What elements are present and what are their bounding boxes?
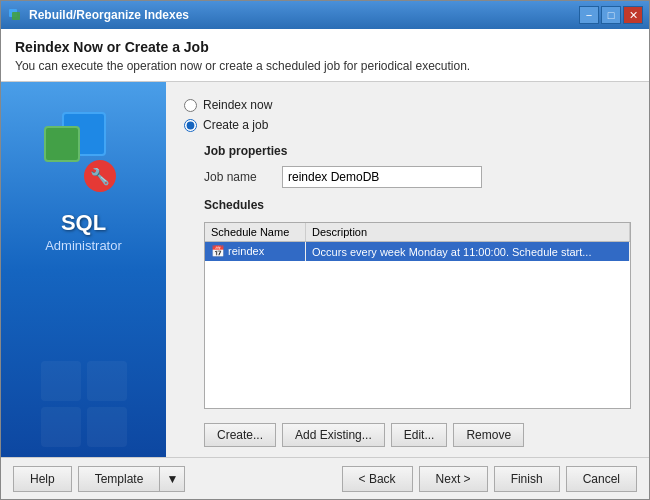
job-properties-section: Job properties Job name bbox=[184, 144, 631, 188]
cancel-button[interactable]: Cancel bbox=[566, 466, 637, 492]
schedules-label: Schedules bbox=[204, 198, 631, 212]
close-button[interactable]: ✕ bbox=[623, 6, 643, 24]
schedule-table-container: Schedule Name Description 📅 reindex Occu… bbox=[204, 222, 631, 409]
next-button[interactable]: Next > bbox=[419, 466, 488, 492]
template-group: Template ▼ bbox=[78, 466, 186, 492]
footer: Help Template ▼ < Back Next > Finish Can… bbox=[1, 457, 649, 499]
radio-create-job-input[interactable] bbox=[184, 119, 197, 132]
radio-create-job[interactable]: Create a job bbox=[184, 118, 631, 132]
titlebar-left: Rebuild/Reorganize Indexes bbox=[7, 7, 189, 23]
back-button[interactable]: < Back bbox=[342, 466, 413, 492]
content-area: 🔧 SQL Administrator bbox=[1, 82, 649, 457]
radio-reindex-now-label: Reindex now bbox=[203, 98, 272, 112]
window-title: Rebuild/Reorganize Indexes bbox=[29, 8, 189, 22]
schedule-table: Schedule Name Description 📅 reindex Occu… bbox=[205, 223, 630, 261]
create-button[interactable]: Create... bbox=[204, 423, 276, 447]
main-panel: Reindex now Create a job Job properties … bbox=[166, 82, 649, 457]
job-name-row: Job name bbox=[204, 166, 631, 188]
wrench-icon: 🔧 bbox=[84, 160, 116, 192]
titlebar: Rebuild/Reorganize Indexes − □ ✕ bbox=[1, 1, 649, 29]
schedule-buttons: Create... Add Existing... Edit... Remove bbox=[204, 423, 631, 447]
job-properties-label: Job properties bbox=[204, 144, 631, 158]
header-title: Reindex Now or Create a Job bbox=[15, 39, 635, 55]
schedule-name-text: reindex bbox=[228, 245, 264, 257]
job-name-input[interactable] bbox=[282, 166, 482, 188]
schedule-desc-cell: Occurs every week Monday at 11:00:00. Sc… bbox=[306, 242, 630, 262]
sidebar-logo: SQL bbox=[61, 210, 106, 236]
job-name-label: Job name bbox=[204, 170, 274, 184]
header-section: Reindex Now or Create a Job You can exec… bbox=[1, 29, 649, 82]
radio-reindex-now-input[interactable] bbox=[184, 99, 197, 112]
add-existing-button[interactable]: Add Existing... bbox=[282, 423, 385, 447]
template-button[interactable]: Template bbox=[78, 466, 160, 492]
help-button[interactable]: Help bbox=[13, 466, 72, 492]
icon-square-green bbox=[44, 126, 80, 162]
radio-group: Reindex now Create a job bbox=[184, 98, 631, 132]
svg-rect-1 bbox=[12, 12, 20, 20]
header-subtitle: You can execute the operation now or cre… bbox=[15, 59, 635, 73]
nav-buttons: < Back Next > Finish Cancel bbox=[342, 466, 637, 492]
edit-button[interactable]: Edit... bbox=[391, 423, 448, 447]
sidebar: 🔧 SQL Administrator bbox=[1, 82, 166, 457]
schedule-row-icon: 📅 bbox=[211, 245, 228, 257]
remove-button[interactable]: Remove bbox=[453, 423, 524, 447]
col-header-desc: Description bbox=[306, 223, 630, 242]
template-dropdown-button[interactable]: ▼ bbox=[159, 466, 185, 492]
sidebar-subtext: Administrator bbox=[45, 238, 122, 253]
maximize-button[interactable]: □ bbox=[601, 6, 621, 24]
titlebar-controls: − □ ✕ bbox=[579, 6, 643, 24]
main-window: Rebuild/Reorganize Indexes − □ ✕ Reindex… bbox=[0, 0, 650, 500]
app-icon bbox=[7, 7, 23, 23]
col-header-name: Schedule Name bbox=[205, 223, 306, 242]
table-row[interactable]: 📅 reindex Occurs every week Monday at 11… bbox=[205, 242, 630, 262]
minimize-button[interactable]: − bbox=[579, 6, 599, 24]
schedule-name-cell: 📅 reindex bbox=[205, 242, 306, 262]
sidebar-watermark bbox=[1, 361, 166, 447]
radio-reindex-now[interactable]: Reindex now bbox=[184, 98, 631, 112]
finish-button[interactable]: Finish bbox=[494, 466, 560, 492]
radio-create-job-label: Create a job bbox=[203, 118, 268, 132]
sidebar-icon-area: 🔧 bbox=[44, 112, 124, 192]
